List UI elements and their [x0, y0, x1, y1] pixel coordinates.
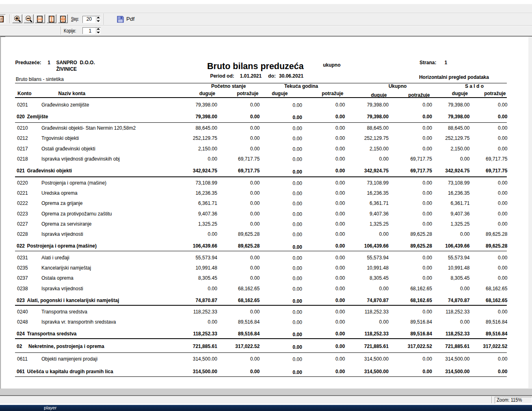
svg-text:2: 2	[0, 17, 2, 21]
